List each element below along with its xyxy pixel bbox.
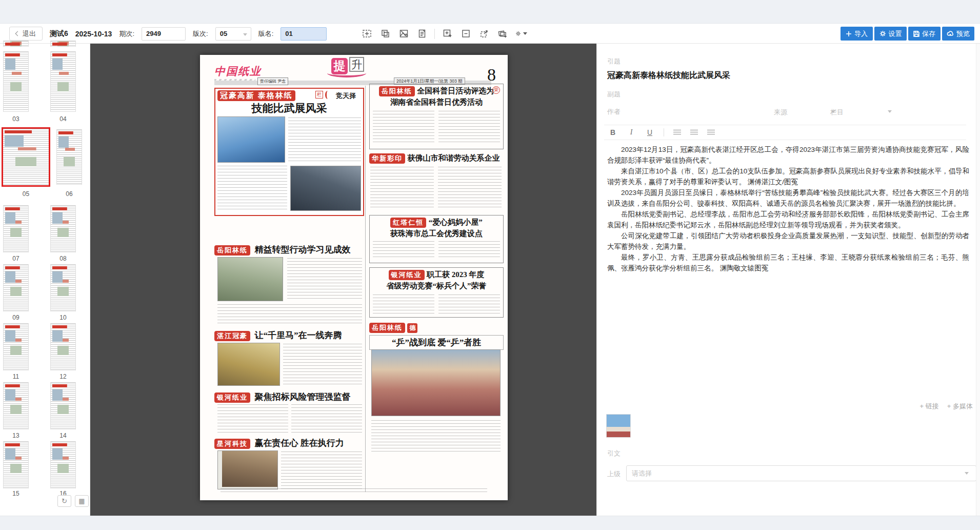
- page-thumbnail-16[interactable]: [50, 441, 76, 488]
- page-thumbnail-13[interactable]: [3, 382, 29, 429]
- page-thumbnail-12[interactable]: [50, 323, 76, 370]
- settings-button[interactable]: 设置: [874, 27, 907, 41]
- import-button[interactable]: 导入: [841, 27, 873, 41]
- page-thumbnail-07[interactable]: [3, 205, 29, 252]
- article-list-button[interactable]: [416, 28, 428, 40]
- newspaper-page[interactable]: 中国纸业 责任编辑 尹念 提 升 2024年1月1日/星期一/总第 303 期 …: [200, 55, 508, 500]
- layout-canvas[interactable]: 中国纸业 责任编辑 尹念 提 升 2024年1月1日/星期一/总第 303 期 …: [90, 44, 596, 516]
- page-thumbnail-label[interactable]: 14: [50, 432, 76, 439]
- chevron-down-icon: [243, 33, 247, 36]
- exit-label: 退出: [23, 29, 36, 38]
- page-thumbnail-03[interactable]: [3, 51, 29, 112]
- page-thumbnail-label[interactable]: 12: [50, 373, 76, 380]
- paragraph: 2023年12月13日，冠豪高新代表湛江经开区总工会，夺得2023年湛江市第三届…: [607, 144, 969, 166]
- copy-frame-button[interactable]: [379, 28, 391, 40]
- floppy-icon: [913, 31, 919, 37]
- edition-value: 05: [220, 30, 227, 37]
- page-thumbnail-label[interactable]: 15: [3, 490, 29, 497]
- page-name-label: 版名:: [258, 29, 274, 38]
- article-headline: “乒”战到底 爱“乒”者胜: [369, 335, 504, 350]
- align-left-icon[interactable]: [673, 130, 681, 135]
- chevron-down-icon: [965, 472, 969, 475]
- page-thumbnail-label[interactable]: 09: [3, 314, 29, 321]
- refresh-button[interactable]: ↻: [57, 495, 71, 507]
- article-headline: 技能比武展风采: [215, 101, 363, 115]
- new-note-button[interactable]: [441, 28, 453, 40]
- page-thumbnail-label[interactable]: 10: [50, 314, 76, 321]
- lead-title-field[interactable]: 引题: [607, 57, 621, 66]
- cloud-icon: [947, 31, 954, 37]
- article-model-worker-honor[interactable]: 银河纸业 职工获 2023 年度 省级劳动竞赛“标兵个人”荣誉: [369, 267, 504, 318]
- bold-button[interactable]: B: [608, 128, 617, 136]
- article-pingpong[interactable]: 岳阳林纸 德 “乒”战到底 爱“乒”者胜: [369, 323, 504, 455]
- page-thumbnail-06[interactable]: [56, 129, 82, 185]
- image-frame-button[interactable]: [397, 28, 410, 40]
- page-thumbnail-11[interactable]: [3, 323, 29, 370]
- article-headline: 赢在责任心 胜在执行力: [254, 438, 344, 448]
- page-thumbnail-08[interactable]: [50, 205, 76, 252]
- article-harmonious-labor[interactable]: 华新彩印 获佛山市和谐劳动关系企业: [369, 153, 504, 211]
- article-lean-transformation[interactable]: 岳阳林纸 精益转型行动学习见成效: [214, 244, 364, 326]
- settings-gear-button[interactable]: [515, 28, 527, 40]
- page-thumbnail-label[interactable]: 11: [3, 373, 29, 380]
- page-thumbnail-label[interactable]: 04: [50, 115, 76, 123]
- page-thumbnail-09[interactable]: [3, 264, 29, 311]
- page-thumbnail-label[interactable]: 13: [3, 432, 29, 439]
- article-body-editor[interactable]: 2023年12月13日，冠豪高新代表湛江经开区总工会，夺得2023年湛江市第三届…: [607, 144, 969, 273]
- article-thousand-mile-horse[interactable]: 湛江冠豪 让“千里马”在一线奔腾: [214, 329, 364, 388]
- article-headline: 聚焦招标风险管理强监督: [254, 392, 350, 402]
- add-link-button[interactable]: + 链接: [920, 402, 939, 411]
- article-chip: 星河科技: [214, 439, 250, 449]
- page-thumbnail-14[interactable]: [50, 382, 76, 429]
- page-thumbnail-label[interactable]: 05: [2, 190, 50, 198]
- archive-button[interactable]: ▦: [75, 495, 89, 507]
- issue-number-input[interactable]: [142, 27, 186, 41]
- section-logo: 栏: [315, 91, 323, 99]
- subtitle-field[interactable]: 副题: [607, 90, 621, 99]
- panel-scrollbar[interactable]: [976, 44, 980, 516]
- page-thumbnail-label[interactable]: 07: [3, 255, 29, 262]
- page-thumbnail-label[interactable]: 08: [50, 255, 76, 262]
- parent-select-input[interactable]: [626, 465, 976, 481]
- align-right-icon[interactable]: [707, 130, 715, 135]
- save-button[interactable]: 保存: [908, 27, 941, 41]
- page-footer-line: [221, 488, 487, 493]
- exit-button[interactable]: 退出: [9, 27, 43, 41]
- quote-field[interactable]: 引文: [607, 449, 621, 458]
- column-select[interactable]: 栏目: [830, 107, 892, 117]
- article-responsibility-execution[interactable]: 星河科技 赢在责任心 胜在执行力: [214, 437, 364, 493]
- page-thumbnail-label[interactable]: 03: [3, 115, 29, 123]
- edition-select[interactable]: 05: [215, 27, 251, 41]
- add-textframe-button[interactable]: [361, 28, 373, 40]
- preview-button[interactable]: 预览: [942, 27, 974, 41]
- article-photo-thumbnail[interactable]: [606, 414, 631, 438]
- article-title-field[interactable]: 冠豪高新泰格林纸技能比武展风采: [607, 70, 730, 81]
- page-thumbnail-15[interactable]: [3, 441, 29, 488]
- paragraph: 岳阳林纸党委副书记、总经理李战，岳阳市总工会劳动和经济服务部部长欧阳锋，岳阳林纸…: [607, 209, 969, 230]
- source-select[interactable]: 来源: [774, 107, 835, 117]
- paragraph: 最终，罗小卫、方青、王思露分获成品检验组前三名；王桂缘、李迎、王晓蓉分获纸浆检验…: [607, 252, 969, 273]
- article-chip: 岳阳林纸: [369, 323, 405, 333]
- body-text-block: [217, 304, 362, 325]
- article-skills-contest[interactable]: 冠豪高新 泰格林纸 栏 竞天择 技能比武展风采: [214, 88, 364, 216]
- swap-images-button[interactable]: [496, 28, 509, 40]
- article-bid-risk-supervision[interactable]: 银河纸业 聚焦招标风险管理强监督: [214, 391, 364, 435]
- page-thumbnail-10[interactable]: [50, 264, 76, 311]
- align-center-icon[interactable]: [690, 130, 698, 135]
- page-thumbnail-04[interactable]: [50, 51, 76, 112]
- resize-frame-button[interactable]: [478, 28, 490, 40]
- page-thumbnail-label[interactable]: 06: [56, 190, 82, 198]
- article-mothers-room[interactable]: 红塔仁恒 “爱心妈妈小屋” 获珠海市总工会优秀建设点: [369, 215, 504, 263]
- italic-button[interactable]: I: [627, 128, 636, 136]
- collapse-button[interactable]: [459, 28, 472, 40]
- underline-button[interactable]: U: [645, 128, 654, 136]
- body-text-block: [373, 295, 434, 314]
- page-thumbnail-05-selected[interactable]: [2, 127, 50, 187]
- article-science-day[interactable]: 岳阳林纸 全国科普日活动评选为 湖南省全国科普日优秀活动 荣: [369, 84, 504, 149]
- add-media-button[interactable]: + 多媒体: [947, 402, 973, 411]
- body-text-block: [291, 404, 362, 433]
- body-text-block: [438, 111, 500, 145]
- page-name-input[interactable]: [281, 27, 327, 41]
- author-field[interactable]: 作者: [607, 107, 621, 116]
- toolbar-divider: [434, 29, 435, 39]
